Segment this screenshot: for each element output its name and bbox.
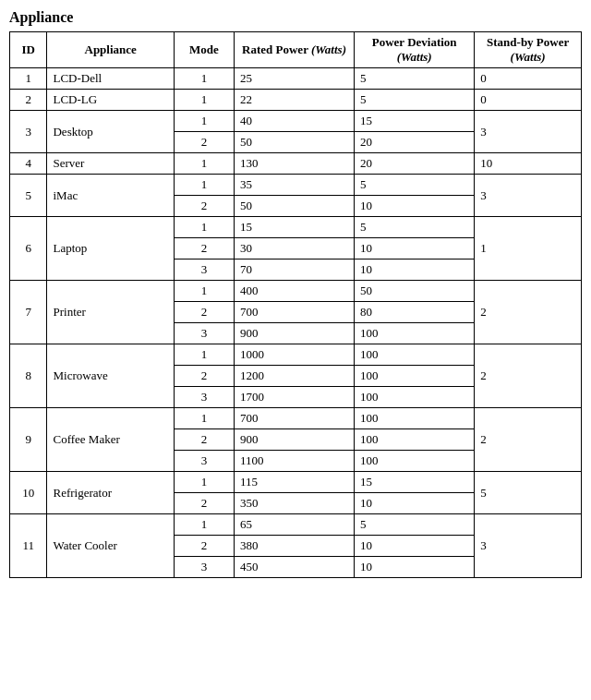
cell-appliance: Coffee Maker	[47, 408, 174, 472]
cell-rated: 25	[234, 68, 354, 90]
table-row: 7Printer1400502	[10, 281, 582, 302]
cell-deviation: 15	[355, 472, 475, 493]
cell-mode: 2	[174, 429, 234, 451]
col-header-rated-power: Rated Power (Watts)	[234, 32, 354, 68]
cell-mode: 2	[174, 132, 234, 153]
cell-mode: 2	[174, 238, 234, 259]
cell-appliance: Desktop	[47, 111, 174, 153]
cell-id: 1	[10, 68, 47, 90]
cell-standby: 3	[475, 514, 582, 578]
cell-standby: 3	[475, 175, 582, 217]
cell-rated: 22	[234, 90, 354, 111]
cell-standby: 2	[475, 281, 582, 344]
cell-rated: 1200	[234, 366, 354, 387]
table-row: 11Water Cooler16553	[10, 514, 582, 536]
cell-rated: 1000	[234, 344, 354, 366]
cell-mode: 1	[174, 344, 234, 366]
cell-standby: 0	[475, 68, 582, 90]
cell-rated: 700	[234, 302, 354, 323]
cell-standby: 1	[475, 217, 582, 281]
cell-deviation: 10	[355, 557, 475, 578]
cell-deviation: 5	[355, 90, 475, 111]
col-header-power-deviation: Power Deviation (Watts)	[355, 32, 475, 68]
cell-appliance: Laptop	[47, 217, 174, 281]
cell-rated: 115	[234, 472, 354, 493]
cell-id: 3	[10, 111, 47, 153]
cell-rated: 40	[234, 111, 354, 132]
cell-mode: 1	[174, 68, 234, 90]
cell-mode: 2	[174, 196, 234, 217]
cell-appliance: Refrigerator	[47, 472, 174, 514]
table-row: 10Refrigerator1115155	[10, 472, 582, 493]
appliance-table: ID Appliance Mode Rated Power (Watts) Po…	[9, 31, 582, 578]
cell-mode: 1	[174, 472, 234, 493]
cell-deviation: 100	[355, 366, 475, 387]
cell-mode: 1	[174, 281, 234, 302]
cell-rated: 15	[234, 217, 354, 238]
cell-id: 6	[10, 217, 47, 281]
cell-deviation: 10	[355, 493, 475, 514]
table-row: 2LCD-LG12250	[10, 90, 582, 111]
cell-mode: 2	[174, 302, 234, 323]
table-row: 6Laptop11551	[10, 217, 582, 238]
cell-appliance: Microwave	[47, 344, 174, 408]
cell-deviation: 100	[355, 429, 475, 451]
cell-rated: 35	[234, 175, 354, 196]
cell-deviation: 100	[355, 408, 475, 429]
cell-mode: 3	[174, 557, 234, 578]
cell-rated: 380	[234, 536, 354, 557]
cell-id: 11	[10, 514, 47, 578]
cell-deviation: 80	[355, 302, 475, 323]
cell-standby: 0	[475, 90, 582, 111]
cell-mode: 3	[174, 323, 234, 344]
cell-standby: 3	[475, 111, 582, 153]
cell-standby: 5	[475, 472, 582, 514]
cell-id: 10	[10, 472, 47, 514]
table-row: 4Server11302010	[10, 153, 582, 175]
cell-rated: 350	[234, 493, 354, 514]
cell-deviation: 10	[355, 238, 475, 259]
cell-standby: 2	[475, 408, 582, 472]
cell-appliance: LCD-LG	[47, 90, 174, 111]
cell-appliance: Server	[47, 153, 174, 175]
cell-deviation: 100	[355, 323, 475, 344]
cell-appliance: Printer	[47, 281, 174, 344]
cell-deviation: 10	[355, 196, 475, 217]
cell-rated: 400	[234, 281, 354, 302]
cell-mode: 1	[174, 514, 234, 536]
cell-id: 4	[10, 153, 47, 175]
cell-deviation: 15	[355, 111, 475, 132]
cell-rated: 1100	[234, 451, 354, 472]
table-row: 3Desktop140153	[10, 111, 582, 132]
cell-deviation: 100	[355, 344, 475, 366]
cell-rated: 450	[234, 557, 354, 578]
cell-id: 8	[10, 344, 47, 408]
cell-mode: 1	[174, 111, 234, 132]
cell-mode: 3	[174, 451, 234, 472]
cell-deviation: 5	[355, 514, 475, 536]
cell-mode: 1	[174, 408, 234, 429]
cell-rated: 50	[234, 132, 354, 153]
cell-deviation: 10	[355, 536, 475, 557]
table-row: 1LCD-Dell12550	[10, 68, 582, 90]
cell-appliance: iMac	[47, 175, 174, 217]
cell-id: 2	[10, 90, 47, 111]
col-header-mode: Mode	[174, 32, 234, 68]
cell-deviation: 100	[355, 387, 475, 408]
cell-mode: 2	[174, 536, 234, 557]
cell-id: 7	[10, 281, 47, 344]
cell-mode: 2	[174, 366, 234, 387]
cell-standby: 10	[475, 153, 582, 175]
cell-mode: 1	[174, 153, 234, 175]
cell-rated: 30	[234, 238, 354, 259]
cell-rated: 900	[234, 429, 354, 451]
cell-deviation: 5	[355, 175, 475, 196]
cell-mode: 1	[174, 217, 234, 238]
cell-mode: 2	[174, 493, 234, 514]
cell-deviation: 10	[355, 259, 475, 281]
cell-mode: 1	[174, 90, 234, 111]
cell-mode: 3	[174, 259, 234, 281]
cell-rated: 65	[234, 514, 354, 536]
cell-deviation: 100	[355, 451, 475, 472]
cell-rated: 50	[234, 196, 354, 217]
